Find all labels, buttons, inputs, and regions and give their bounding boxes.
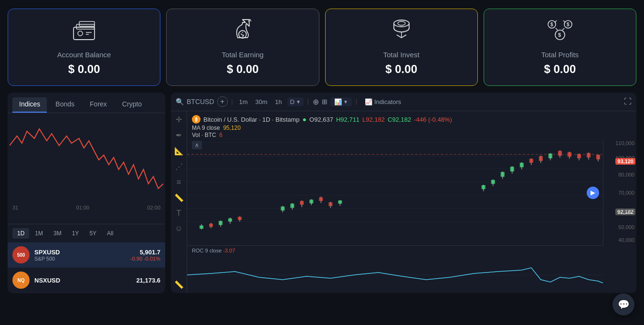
symbol-label: BTCUSD	[187, 98, 214, 105]
time-btn-1y[interactable]: 1Y	[67, 228, 84, 239]
tf-30m[interactable]: 30m	[253, 97, 270, 106]
index-price-nsx: 21,173.6	[136, 277, 160, 284]
price-badge-current: 93,120	[615, 158, 635, 165]
svg-rect-26	[209, 224, 213, 227]
chart-scroll-right[interactable]: ▶	[587, 187, 599, 199]
chart-left-tools: ✛ ✒ 📐 ⋰ ≡ 📏 T ☺ 📏	[171, 111, 187, 293]
total-earning-label: Total Earning	[222, 51, 264, 59]
pitchfork-tool[interactable]: ⋰	[175, 162, 183, 171]
price-scale: 110,000 100,000 93,120 80,000 70,000 92,…	[603, 140, 636, 245]
chart-title-row: ₿ Bitcoin / U.S. Dollar · 1D · Bitstamp …	[192, 115, 452, 124]
svg-rect-56	[520, 163, 524, 167]
time-btn-5y[interactable]: 5Y	[84, 228, 101, 239]
svg-rect-54	[510, 167, 514, 171]
svg-rect-38	[300, 201, 304, 205]
time-btn-3m[interactable]: 3M	[49, 228, 66, 239]
card-total-earning: Total Earning $ 0.00	[166, 9, 319, 86]
emoji-tool[interactable]: ☺	[175, 224, 182, 233]
tab-indices[interactable]: Indices	[12, 97, 47, 113]
time-btn-1m[interactable]: 1M	[30, 228, 48, 239]
index-info-nsx: NSXUSD	[34, 277, 131, 284]
trendline-tool[interactable]: 📐	[174, 147, 184, 156]
crosshair-icon[interactable]: ⊕	[313, 97, 319, 106]
index-item-nsxusd[interactable]: NQ NSXUSD 21,173.6	[8, 268, 165, 293]
top-cards: Account Balance $ 0.00 Total Earning $ 0…	[0, 0, 644, 93]
btc-logo: ₿	[192, 115, 201, 124]
svg-rect-24	[200, 226, 203, 229]
chat-icon: 💬	[618, 299, 630, 310]
index-price-spx: 5,901.7 -0.90 -0.01%	[130, 249, 160, 262]
svg-rect-62	[549, 154, 552, 158]
svg-rect-58	[529, 159, 533, 163]
tab-bonds[interactable]: Bonds	[49, 97, 81, 113]
market-tab-bar: Indices Bonds Forex Crypto	[8, 93, 165, 113]
crosshair-tool[interactable]: ✛	[176, 115, 182, 124]
index-name-spx: SPXUSD	[34, 249, 126, 256]
price-80k: 80,000	[618, 172, 634, 178]
bottom-section: Indices Bonds Forex Crypto 31 01:00 02:0…	[0, 93, 644, 293]
avatar-spx: 500	[12, 246, 30, 263]
indicators-button[interactable]: 📈 Indicators	[361, 97, 405, 106]
svg-rect-52	[501, 172, 505, 177]
index-sub-spx: S&P 500	[34, 256, 126, 262]
ohlc-change: -446 (-0.48%)	[414, 116, 452, 123]
account-balance-icon	[70, 18, 98, 45]
tf-dropdown[interactable]: D ▼	[287, 97, 304, 106]
svg-rect-68	[577, 154, 581, 158]
toolbar-divider-3: |	[355, 98, 358, 105]
total-invest-value: $ 0.00	[385, 63, 417, 76]
time-label-0200: 02:00	[147, 205, 160, 210]
roc-value: -3.07	[223, 248, 235, 253]
toolbar-divider-2: |	[306, 98, 310, 105]
time-btn-1d[interactable]: 1D	[12, 228, 29, 239]
indicators-icon: 📈	[365, 98, 372, 105]
ruler-tool[interactable]: 📏	[174, 280, 184, 289]
account-balance-value: $ 0.00	[68, 63, 100, 76]
svg-rect-60	[539, 156, 543, 161]
card-account-balance: Account Balance $ 0.00	[8, 9, 160, 86]
chart-main: ₿ Bitcoin / U.S. Dollar · 1D · Bitstamp …	[187, 111, 636, 293]
chart-body: ✛ ✒ 📐 ⋰ ≡ 📏 T ☺ 📏 ₿ Bitcoin / U.S. Dolla…	[171, 111, 636, 293]
fibonacci-tool[interactable]: ≡	[177, 178, 181, 187]
measure-tool[interactable]: 📏	[174, 193, 184, 202]
ohlc-status-dot: ●	[303, 115, 306, 123]
chart-info: ₿ Bitcoin / U.S. Dollar · 1D · Bitstamp …	[192, 115, 452, 138]
roc-label: ROC 9 close -3.07	[192, 248, 235, 253]
total-earning-icon	[228, 18, 257, 45]
card-total-profits: $ $ $ Total Profits $ 0.00	[484, 9, 636, 86]
card-total-invest: Total Invest $ 0.00	[325, 9, 478, 86]
ohlc-close: C92,182	[388, 116, 411, 123]
index-price-val-nsx: 21,173.6	[136, 277, 160, 284]
price-40k: 40,000	[618, 237, 634, 243]
text-tool[interactable]: T	[177, 209, 181, 218]
search-icon: 🔍	[176, 98, 184, 105]
avatar-nsx: NQ	[12, 272, 30, 289]
svg-rect-32	[238, 217, 242, 220]
tab-forex[interactable]: Forex	[83, 97, 114, 113]
index-item-spxusd[interactable]: 500 SPXUSD S&P 500 5,901.7 -0.90 -0.01%	[8, 242, 165, 268]
add-symbol-button[interactable]: +	[217, 96, 228, 107]
index-info-spx: SPXUSD S&P 500	[34, 249, 126, 262]
index-change-spx: -0.90 -0.01%	[130, 256, 160, 262]
ma-row: MA 9 close 95,120	[192, 125, 452, 131]
ma-value: 95,120	[223, 125, 241, 131]
svg-point-3	[78, 31, 83, 36]
indicators-label: Indicators	[374, 98, 401, 105]
tab-crypto[interactable]: Crypto	[116, 97, 148, 113]
chat-button[interactable]: 💬	[612, 294, 634, 315]
mini-chart-area: 31 01:00 02:00	[8, 113, 165, 224]
fullscreen-button[interactable]: ⛶	[624, 97, 632, 106]
tf-1h[interactable]: 1h	[273, 97, 284, 106]
tf-1m[interactable]: 1m	[237, 97, 250, 106]
time-btn-all[interactable]: All	[102, 228, 118, 239]
symbol-search[interactable]: 🔍 BTCUSD	[176, 98, 214, 105]
roc-area: ROC 9 close -3.07	[187, 245, 603, 293]
time-selector: 1D 1M 3M 1Y 5Y All	[8, 224, 165, 242]
pen-tool[interactable]: ✒	[176, 131, 182, 140]
svg-text:$: $	[558, 32, 561, 38]
candlestick-icon: 📊	[334, 98, 342, 105]
collapse-panel-button[interactable]: ∧	[192, 141, 202, 149]
chart-title: Bitcoin / U.S. Dollar · 1D · Bitstamp	[203, 116, 300, 123]
chart-type-button[interactable]: 📊 ▼	[330, 97, 352, 106]
bar-type-icon[interactable]: ⊞	[322, 98, 327, 105]
